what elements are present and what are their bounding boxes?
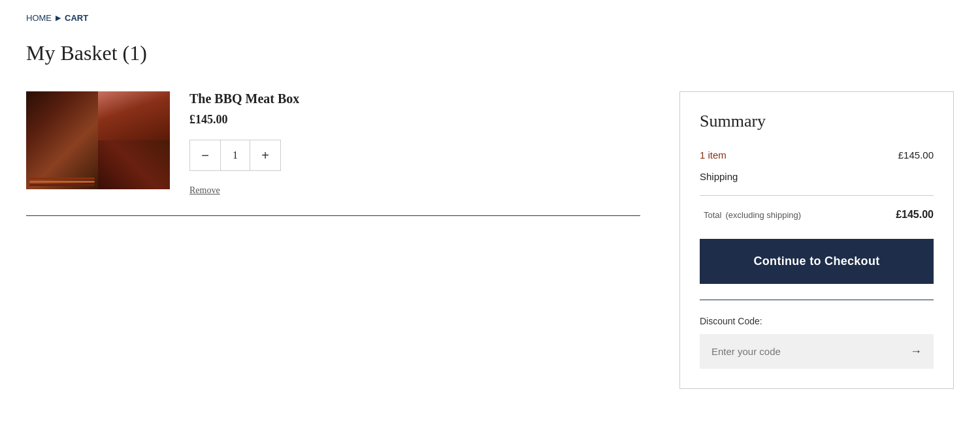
summary-shipping-label: Shipping — [700, 171, 738, 182]
discount-input[interactable] — [711, 346, 910, 357]
discount-label: Discount Code: — [700, 316, 934, 326]
summary-total-note: (excluding shipping) — [725, 210, 801, 220]
cart-divider — [26, 215, 640, 216]
discount-submit-arrow[interactable]: → — [910, 345, 922, 358]
cart-item: The BBQ Meat Box £145.00 − 1 + Remove — [26, 91, 640, 196]
product-price: £145.00 — [189, 113, 640, 127]
quantity-decrease-button[interactable]: − — [190, 140, 220, 170]
product-details: The BBQ Meat Box £145.00 − 1 + Remove — [189, 91, 640, 196]
quantity-increase-button[interactable]: + — [250, 140, 280, 170]
main-layout: The BBQ Meat Box £145.00 − 1 + Remove Su… — [26, 91, 954, 389]
page-title: My Basket (1) — [26, 41, 954, 65]
quantity-value: 1 — [220, 140, 250, 170]
summary-items-row: 1 item £145.00 — [700, 149, 934, 161]
breadcrumb-current: CART — [65, 13, 88, 23]
mosaic-cell-2 — [98, 91, 170, 140]
summary-divider2 — [700, 300, 934, 300]
summary-title: Summary — [700, 112, 934, 131]
summary-items-label: 1 item — [700, 149, 727, 161]
product-image-mosaic — [26, 91, 170, 189]
remove-button[interactable]: Remove — [189, 185, 220, 196]
summary-total-label: Total(excluding shipping) — [700, 209, 801, 221]
summary-shipping-row: Shipping — [700, 171, 934, 182]
summary-items-value: £145.00 — [898, 149, 934, 161]
discount-input-row: → — [700, 334, 934, 369]
summary-divider — [700, 195, 934, 196]
breadcrumb: HOME ▶ CART — [26, 13, 954, 23]
quantity-control: − 1 + — [189, 140, 281, 171]
product-image — [26, 91, 170, 189]
summary-section: Summary 1 item £145.00 Shipping Total(ex… — [679, 91, 954, 389]
mosaic-cell-1 — [26, 91, 98, 189]
mosaic-cell-3 — [98, 140, 170, 189]
summary-total-value: £145.00 — [896, 209, 934, 221]
cart-section: The BBQ Meat Box £145.00 − 1 + Remove — [26, 91, 640, 216]
summary-total-row: Total(excluding shipping) £145.00 — [700, 209, 934, 221]
product-name: The BBQ Meat Box — [189, 91, 640, 106]
checkout-button[interactable]: Continue to Checkout — [700, 239, 934, 284]
breadcrumb-separator: ▶ — [56, 14, 61, 22]
page-wrapper: HOME ▶ CART My Basket (1) The BBQ Meat B… — [0, 0, 980, 415]
breadcrumb-home[interactable]: HOME — [26, 13, 52, 23]
